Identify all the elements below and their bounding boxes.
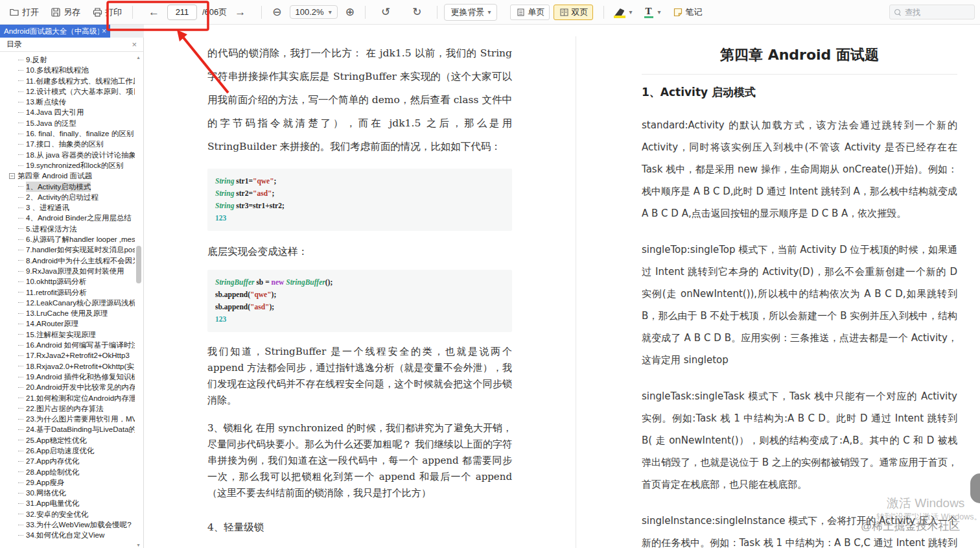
toc-item[interactable]: 15.注解框架实现原理 <box>0 329 135 340</box>
tree-branch-icon <box>18 461 23 462</box>
toc-item[interactable]: 4、Android Binder之应用层总结 <box>0 213 135 223</box>
toc-item-label: 12.设计模式（六大基本原则、项目中常用 <box>26 86 135 97</box>
toc-item[interactable]: 29.App瘦身 <box>0 477 135 488</box>
toc-item[interactable]: 9.RxJava原理及如何封装使用 <box>0 266 135 276</box>
tree-branch-icon <box>18 112 23 113</box>
toc-item[interactable]: 12.设计模式（六大基本原则、项目中常用 <box>0 86 135 97</box>
toc-list: 9.反射10.多线程和线程池11.创建多线程方式、线程池工作原理12.设计模式（… <box>0 54 135 541</box>
print-button[interactable]: 打印 <box>88 4 126 21</box>
text-markup-tool-button[interactable]: T ▾ <box>640 4 665 21</box>
toc-item[interactable]: 5.进程保活方法 <box>0 224 135 234</box>
toc-item[interactable]: 1、Activity启动模式 <box>0 182 135 192</box>
toc-item[interactable]: 16. final、finally、finalize 的区别 <box>0 128 135 139</box>
toc-item-label: 13.断点续传 <box>26 97 66 107</box>
toc-item[interactable]: 11.创建多线程方式、线程池工作原理 <box>0 76 135 86</box>
toc-item[interactable]: 13.断点续传 <box>0 97 135 107</box>
change-background-dropdown[interactable]: 更换背景 ▾ <box>444 4 497 21</box>
single-page-view-button[interactable]: 单页 <box>510 5 550 20</box>
open-label: 打开 <box>22 6 39 18</box>
toc-item[interactable]: 2、Activity的启动过程 <box>0 192 135 202</box>
toc-item-label: 14.Java 四大引用 <box>26 107 84 117</box>
toc-item[interactable]: 15.Java 的泛型 <box>0 118 135 128</box>
toc-item[interactable]: 24.基于DataBinding与LiveData的 <box>0 424 135 435</box>
toc-title: 目录 <box>6 39 22 50</box>
tab-close-icon[interactable]: × <box>102 27 106 36</box>
toc-item[interactable]: 31.App电量优化 <box>0 498 135 508</box>
previous-page-button[interactable]: ← <box>146 6 162 19</box>
paragraph: 的代码的锁消除，我打一个比方： 在 jdk1.5 以前，我们的 String 字… <box>207 42 512 158</box>
chevron-down-icon: ▾ <box>629 8 632 16</box>
toc-item[interactable]: 10.okhttp源码分析 <box>0 276 135 287</box>
toc-item[interactable]: 25.App稳定性优化 <box>0 435 135 446</box>
page-number-input[interactable] <box>167 5 197 20</box>
toc-item[interactable]: 14.ARouter原理 <box>0 318 135 329</box>
toc-item[interactable]: 6.从源码了解handler looper ,mes <box>0 234 135 244</box>
toc-item[interactable]: 18.从 java 容器类的设计讨论抽象类 <box>0 150 135 160</box>
page-total-label: /606页 <box>202 6 227 18</box>
toc-item-label: 第四章 Android 面试题 <box>18 171 92 181</box>
toc-item[interactable]: 7.handler如何实现延时发消息pos <box>0 244 135 255</box>
tree-branch-icon <box>18 324 23 324</box>
toc-item[interactable]: 19.synchronized和lock的区别 <box>0 160 135 171</box>
zoom-in-button[interactable]: ⊕ <box>342 4 358 20</box>
toc-item[interactable]: 34.如何优化自定义View <box>0 530 135 540</box>
toc-item-label: 17.接口、抽象类的区别 <box>26 139 104 149</box>
toc-item-label: 15.Java 的泛型 <box>26 118 76 128</box>
printer-icon <box>92 7 102 18</box>
tree-branch-icon <box>18 334 23 335</box>
toc-item[interactable]: 17.RxJava2+Retrofit2+OkHttp3 <box>0 350 135 361</box>
redo-button[interactable]: ↻ <box>408 4 425 20</box>
search-box[interactable] <box>889 5 975 19</box>
toc-item[interactable]: 3 、进程通讯 <box>0 202 135 213</box>
toc-item[interactable]: 19.Android 插件化和热修复知识梳 <box>0 372 135 382</box>
toc-item[interactable]: 22.图片占据的内存算法 <box>0 403 135 414</box>
toc-item[interactable]: 17.接口、抽象类的区别 <box>0 139 135 149</box>
edge-scroll-handle[interactable] <box>970 473 980 503</box>
toc-item[interactable]: 27.App内存优化 <box>0 456 135 466</box>
toc-item[interactable]: 8.Android中为什么主线程不会因为 <box>0 256 135 266</box>
toc-item[interactable]: 23.为什么图片需要用软引用，MV <box>0 414 135 424</box>
document-tab-title: Android面试题大全（中高级） <box>4 27 99 36</box>
scroll-up-icon[interactable]: ▴ <box>135 54 142 60</box>
toolbar-divider <box>437 6 438 19</box>
open-button[interactable]: 打开 <box>5 4 43 21</box>
scroll-down-icon[interactable]: ▾ <box>135 542 142 548</box>
toc-item[interactable]: 28.App绘制优化 <box>0 467 135 477</box>
highlighter-tool-button[interactable]: ▾ <box>611 6 636 18</box>
toc-item[interactable]: 11.retrofit源码分析 <box>0 287 135 298</box>
double-page-view-button[interactable]: 双页 <box>554 5 593 20</box>
toc-item[interactable]: 16.Android 如何编写基于编译时注 <box>0 340 135 350</box>
toc-item[interactable]: 9.反射 <box>0 54 135 65</box>
document-viewport[interactable]: 的代码的锁消除，我打一个比方： 在 jdk1.5 以前，我们的 String 字… <box>144 25 980 548</box>
notes-button[interactable]: 笔记 <box>669 4 706 21</box>
scrollbar-thumb[interactable] <box>136 246 141 283</box>
sidebar-scrollbar[interactable]: ▴ ▾ <box>134 54 143 548</box>
toc-item[interactable]: 20.Android开发中比较常见的内存 <box>0 382 135 392</box>
zoom-level-dropdown[interactable]: 100.2% ▾ <box>290 5 338 19</box>
toc-item[interactable]: 14.Java 四大引用 <box>0 107 135 117</box>
toc-item[interactable]: −第四章 Android 面试题 <box>0 171 135 181</box>
tree-branch-icon <box>18 493 23 494</box>
toc-item[interactable]: 10.多线程和线程池 <box>0 65 135 75</box>
chapter-title: 第四章 Android 面试题 <box>642 45 957 75</box>
toc-item[interactable]: 21.如何检测和定位Android内存泄 <box>0 393 135 403</box>
collapse-icon[interactable]: − <box>9 173 15 179</box>
document-tab[interactable]: Android面试题大全（中高级） × <box>0 25 110 38</box>
toc-item[interactable]: 30.网络优化 <box>0 488 135 498</box>
toc-item[interactable]: 33.为什么WebView加载会慢呢? <box>0 519 135 530</box>
undo-button[interactable]: ↺ <box>377 4 394 20</box>
tree-branch-icon <box>18 250 23 250</box>
zoom-out-button[interactable]: ⊖ <box>268 4 285 20</box>
save-as-button[interactable]: 另存 <box>47 4 84 21</box>
code-line: sb.append("qwe"); <box>215 289 504 301</box>
toc-close-icon[interactable]: × <box>132 40 137 49</box>
search-input[interactable] <box>905 8 970 17</box>
toc-item[interactable]: 12.LeakCanary核心原理源码浅析 <box>0 298 135 308</box>
toc-item[interactable]: 18.Rxjava2.0+Retrofit+Okhttp(实 <box>0 361 135 372</box>
toc-item[interactable]: 26.App启动速度优化 <box>0 446 135 456</box>
next-page-button[interactable]: → <box>232 6 248 19</box>
tree-branch-icon <box>18 471 23 472</box>
toc-item-label: 27.App内存优化 <box>26 456 79 466</box>
toc-item[interactable]: 32.安卓的安全优化 <box>0 509 135 519</box>
toc-item[interactable]: 13.LruCache 使用及原理 <box>0 308 135 318</box>
